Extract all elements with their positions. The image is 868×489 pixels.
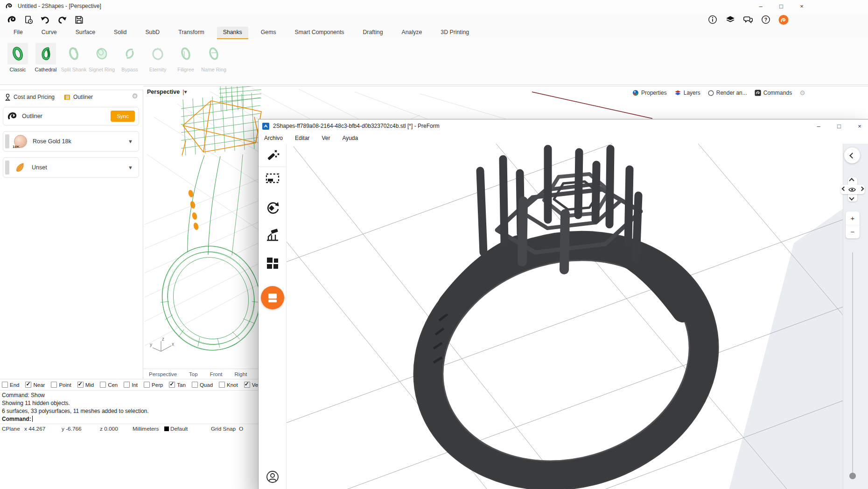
chevron-down-icon[interactable]: ▼ — [128, 165, 133, 170]
learning-stack-icon[interactable] — [725, 14, 735, 25]
info-icon[interactable] — [707, 14, 718, 25]
viewport-gear-icon[interactable]: ⚙ — [799, 89, 805, 97]
ribbon-cathedral[interactable]: Cathedral — [33, 43, 59, 84]
layout-icon[interactable] — [266, 257, 279, 270]
shapes-logo-icon[interactable] — [7, 14, 17, 25]
ribbon-signet-ring[interactable]: Signet Ring — [89, 43, 115, 84]
save-icon[interactable] — [74, 14, 84, 25]
ribbon-split-shank[interactable]: Split Shank — [61, 43, 87, 84]
orient-rotate-icon[interactable] — [265, 201, 280, 216]
preform-minimize-button[interactable]: – — [808, 120, 829, 132]
view-right-button[interactable] — [860, 187, 863, 190]
shapes-account-logo-icon[interactable] — [778, 14, 789, 25]
view-dpad[interactable] — [840, 177, 865, 202]
account-icon[interactable] — [266, 470, 279, 483]
zoom-out-button[interactable]: − — [846, 225, 860, 239]
menu-archivo[interactable]: Archivo — [264, 135, 283, 141]
status-cplane[interactable]: CPlane — [2, 426, 20, 432]
outliner-title: Outliner — [22, 113, 42, 119]
chat-icon[interactable] — [743, 14, 753, 25]
osnap-perp[interactable]: Perp — [144, 382, 163, 388]
status-ortho[interactable]: O — [239, 426, 243, 432]
tab-drafting[interactable]: Drafting — [357, 27, 389, 39]
view-tab-front[interactable]: Front — [210, 371, 223, 377]
tab-shanks[interactable]: Shanks — [217, 27, 248, 39]
incremental-save-icon[interactable] — [23, 14, 34, 25]
ring-cathedral-icon — [35, 43, 56, 64]
axis-gizmo: z x y — [150, 336, 175, 360]
help-icon[interactable]: ? — [761, 14, 771, 25]
tab-3d-printing[interactable]: 3D Printing — [434, 27, 475, 39]
minimize-button[interactable]: – — [750, 0, 771, 12]
print-button[interactable] — [261, 286, 284, 309]
osnap-tan[interactable]: Tan — [169, 382, 186, 388]
view-down-button[interactable] — [850, 196, 854, 200]
tab-file[interactable]: File — [7, 27, 29, 39]
ribbon-bypass[interactable]: Bypass — [117, 43, 143, 84]
preform-maximize-button[interactable]: □ — [829, 120, 849, 132]
ribbon-eternity[interactable]: Eternity — [145, 43, 171, 84]
redo-icon[interactable] — [57, 14, 67, 25]
tab-properties[interactable]: Properties — [632, 90, 667, 96]
tab-surface[interactable]: Surface — [70, 27, 101, 39]
material-row-gem[interactable]: Unset ▼ — [3, 157, 139, 178]
command-prompt[interactable]: Command: — [2, 416, 31, 422]
material-row-metal[interactable]: 18K Rose Gold 18k ▼ — [3, 131, 139, 152]
tab-commands[interactable]: Commands — [755, 90, 792, 96]
close-button[interactable]: × — [791, 0, 812, 12]
osnap-quad[interactable]: Quad — [192, 382, 213, 388]
ribbon-name-ring[interactable]: Name Ring — [201, 43, 227, 84]
menu-editar[interactable]: Editar — [295, 135, 309, 141]
drag-handle[interactable] — [5, 134, 9, 148]
osnap-point[interactable]: Point — [51, 382, 71, 388]
osnap-mid[interactable]: Mid — [77, 382, 94, 388]
osnap-int[interactable]: Int — [124, 382, 138, 388]
tab-cost-and-pricing[interactable]: Cost and Pricing — [5, 94, 55, 101]
view-left-button[interactable] — [842, 187, 846, 190]
ribbon-filigree[interactable]: Filigree — [173, 43, 199, 84]
tab-render[interactable]: Render an... — [708, 90, 747, 96]
maximize-button[interactable]: □ — [771, 0, 791, 12]
osnap-knot[interactable]: Knot — [219, 382, 238, 388]
view-eye-icon[interactable] — [848, 187, 856, 192]
view-tab-perspective[interactable]: Perspective — [149, 371, 177, 377]
preform-canvas[interactable] — [287, 144, 844, 489]
chevron-down-icon[interactable]: ▼ — [128, 139, 133, 144]
osnap-end[interactable]: End — [2, 382, 19, 388]
osnap-cen[interactable]: Cen — [100, 382, 118, 388]
view-up-button[interactable] — [850, 179, 854, 182]
view-tab-right[interactable]: Right — [234, 371, 247, 377]
tab-curve[interactable]: Curve — [35, 27, 63, 39]
collapse-panel-button[interactable] — [844, 147, 860, 163]
panel-gear-icon[interactable]: ⚙ — [132, 92, 138, 100]
status-grid-snap[interactable]: Grid Snap — [211, 426, 236, 432]
preform-close-button[interactable]: × — [849, 120, 868, 132]
status-y: y -6.766 — [62, 426, 82, 432]
status-layer[interactable]: Default — [164, 426, 188, 432]
tab-solid[interactable]: Solid — [108, 27, 133, 39]
sync-button[interactable]: Sync — [111, 111, 135, 122]
tab-analyze[interactable]: Analyze — [396, 27, 428, 39]
layer-slider-track[interactable] — [852, 252, 853, 476]
viewport-title[interactable]: Perspective|▾ — [147, 88, 187, 95]
tab-layers[interactable]: Layers — [674, 90, 700, 96]
menu-ayuda[interactable]: Ayuda — [342, 135, 358, 141]
tab-gems[interactable]: Gems — [255, 27, 282, 39]
undo-icon[interactable] — [40, 14, 50, 25]
drag-handle[interactable] — [5, 161, 9, 175]
select-marquee-icon[interactable] — [266, 173, 280, 185]
view-tab-top[interactable]: Top — [189, 371, 198, 377]
one-click-print-wand-icon[interactable] — [266, 148, 280, 162]
gem-material-label: Unset — [32, 164, 47, 171]
tab-transform[interactable]: Transform — [172, 27, 210, 39]
menu-ver[interactable]: Ver — [322, 135, 330, 141]
layer-slider-handle[interactable] — [849, 473, 856, 479]
osnap-near[interactable]: Near — [25, 382, 45, 388]
zoom-in-button[interactable]: + — [846, 211, 860, 225]
tab-outliner[interactable]: Outliner — [64, 94, 93, 100]
status-units[interactable]: Millimeters — [133, 426, 159, 432]
tab-smart-components[interactable]: Smart Components — [289, 27, 350, 39]
tab-subd[interactable]: SubD — [139, 27, 166, 39]
supports-icon[interactable] — [266, 229, 280, 242]
ribbon-classic[interactable]: Classic — [5, 43, 31, 84]
